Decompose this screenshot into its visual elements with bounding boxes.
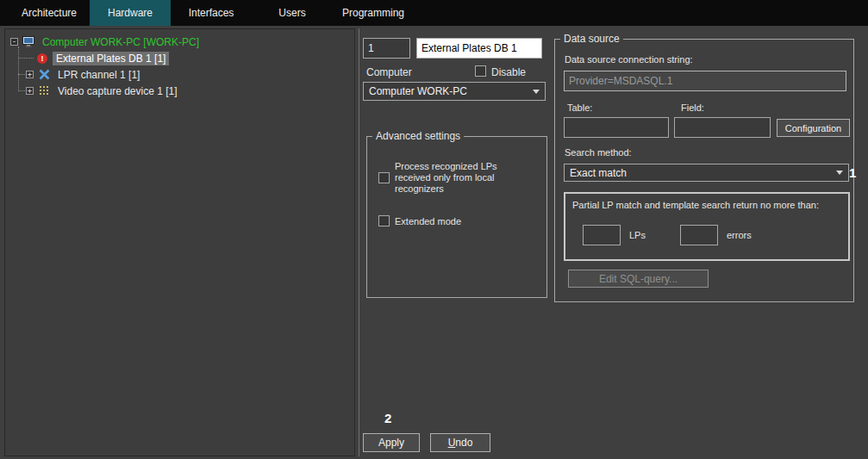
- tree-item-label: Computer WORK-PC [WORK-PC]: [39, 35, 203, 49]
- apply-button[interactable]: Apply: [363, 433, 420, 452]
- device-tree-panel: - Computer WORK-PC [WORK-PC] ! External …: [4, 28, 355, 456]
- callout-step-1: 1: [849, 165, 856, 180]
- tree-item-external-plates-db[interactable]: ! External Plates DB 1 [1]: [5, 50, 354, 66]
- errors-label: errors: [727, 230, 752, 240]
- connection-string-label: Data source connection string:: [565, 54, 693, 65]
- tree-expander-plus-icon[interactable]: +: [26, 87, 34, 95]
- tree-item-lpr-channel[interactable]: + LPR channel 1 [1]: [5, 66, 354, 83]
- lpr-channel-icon: [38, 69, 50, 80]
- application-window: Architecture Hardware Interfaces Users P…: [0, 0, 868, 459]
- computer-icon: [22, 36, 34, 47]
- tab-hardware[interactable]: Hardware: [90, 0, 171, 26]
- table-label: Table:: [567, 102, 592, 113]
- alert-icon: !: [36, 53, 48, 64]
- tree-item-label: LPR channel 1 [1]: [54, 68, 143, 82]
- tree-item-computer[interactable]: - Computer WORK-PC [WORK-PC]: [5, 34, 354, 50]
- undo-button-mnemonic: U: [448, 437, 456, 449]
- advanced-settings-group: Advanced settings Process recognized LPs…: [366, 136, 547, 298]
- extended-mode-checkbox[interactable]: [378, 215, 390, 226]
- undo-button[interactable]: Undo: [430, 433, 490, 452]
- tree-item-label: External Plates DB 1 [1]: [53, 52, 169, 65]
- search-method-value: Exact match: [570, 167, 627, 179]
- search-method-label: Search method:: [565, 147, 632, 158]
- tab-architecture[interactable]: Architecture: [9, 0, 90, 26]
- chevron-down-icon: [836, 171, 843, 175]
- errors-limit-input[interactable]: [680, 225, 718, 245]
- lps-label: LPs: [629, 230, 646, 240]
- tree-item-label: Video capture device 1 [1]: [54, 84, 181, 98]
- tab-programming[interactable]: Programming: [333, 0, 414, 26]
- configuration-button[interactable]: Configuration: [777, 119, 850, 137]
- capture-device-icon: [38, 85, 50, 96]
- disable-checkbox-label: Disable: [491, 66, 526, 78]
- tree-item-video-capture-device[interactable]: + Video capture device 1 [1]: [5, 83, 354, 99]
- data-source-title: Data source: [560, 33, 623, 45]
- computer-label: Computer: [366, 66, 412, 78]
- object-id-field[interactable]: [363, 38, 410, 59]
- advanced-settings-title: Advanced settings: [372, 130, 464, 142]
- callout-step-2: 2: [384, 411, 391, 425]
- tab-interfaces[interactable]: Interfaces: [171, 0, 252, 26]
- partial-match-group: Partial LP match and template search ret…: [564, 192, 850, 261]
- tab-users[interactable]: Users: [252, 0, 333, 26]
- table-input[interactable]: [564, 117, 669, 138]
- tree-expander-minus-icon[interactable]: -: [10, 38, 18, 46]
- field-label: Field:: [681, 102, 704, 113]
- edit-sql-query-button[interactable]: Edit SQL-query...: [568, 270, 709, 288]
- tree-expander-plus-icon[interactable]: +: [26, 71, 34, 78]
- process-local-lps-checkbox[interactable]: [378, 172, 390, 183]
- lps-limit-input[interactable]: [583, 225, 621, 245]
- connection-string-field[interactable]: Provider=MSDASQL.1: [564, 71, 846, 91]
- undo-button-label: ndo: [455, 437, 472, 449]
- chevron-down-icon: [533, 90, 540, 94]
- partial-match-title: Partial LP match and template search ret…: [572, 200, 845, 210]
- object-name-field[interactable]: [416, 38, 542, 59]
- extended-mode-label: Extended mode: [395, 216, 461, 226]
- top-tab-bar: Architecture Hardware Interfaces Users P…: [0, 0, 868, 26]
- field-input[interactable]: [674, 117, 771, 138]
- computer-select[interactable]: Computer WORK-PC: [363, 82, 546, 101]
- disable-checkbox[interactable]: [475, 65, 486, 77]
- process-local-lps-label: Process recognized LPs received only fro…: [395, 161, 526, 195]
- data-source-group: Data source Data source connection strin…: [554, 39, 854, 302]
- search-method-select[interactable]: Exact match: [564, 164, 849, 182]
- computer-select-value: Computer WORK-PC: [369, 85, 467, 97]
- panel-splitter[interactable]: [359, 28, 359, 456]
